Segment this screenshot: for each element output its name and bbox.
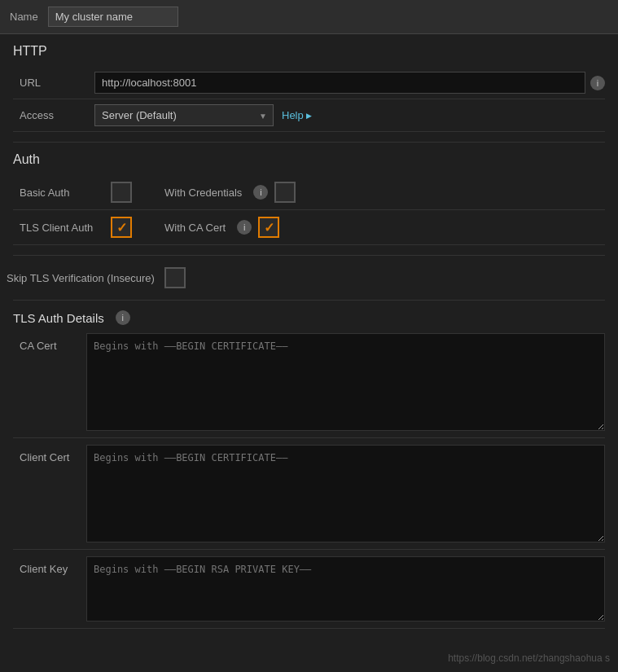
access-field-wrapper: Server (Default) Browser Direct Help (94, 104, 605, 126)
name-label: Name (10, 11, 38, 23)
skip-tls-row: Skip TLS Verification (Insecure) (0, 256, 618, 300)
client-cert-row: Client Cert (13, 445, 605, 550)
http-title: HTTP (13, 44, 605, 59)
auth-title: Auth (13, 152, 605, 167)
watermark: https://blog.csdn.net/zhangshaohua s (448, 652, 610, 664)
ca-cert-textarea[interactable] (86, 333, 605, 431)
auth-section: Auth Basic Auth With Credentials i TLS C… (0, 143, 618, 255)
skip-tls-checkbox[interactable] (164, 267, 186, 288)
tls-client-auth-label: TLS Client Auth (13, 222, 111, 234)
with-credentials-item: With Credentials i (164, 182, 296, 203)
help-link[interactable]: Help (282, 109, 312, 121)
url-row: URL i (13, 67, 605, 99)
url-input[interactable] (94, 72, 585, 94)
with-credentials-checkbox[interactable] (274, 182, 296, 203)
access-select[interactable]: Server (Default) Browser Direct (94, 104, 274, 126)
with-credentials-label: With Credentials (164, 187, 242, 199)
ca-cert-label: CA Cert (13, 333, 86, 358)
access-label: Access (13, 109, 94, 121)
with-ca-cert-item: With CA Cert i (164, 217, 279, 238)
client-key-row: Client Key (13, 556, 605, 629)
basic-auth-row: Basic Auth With Credentials i (13, 175, 605, 210)
tls-auth-section: TLS Auth Details i CA Cert Client Cert C… (0, 301, 618, 645)
client-key-label: Client Key (13, 556, 86, 582)
name-bar: Name (0, 0, 618, 34)
with-ca-cert-label: With CA Cert (164, 222, 226, 234)
tls-auth-info-icon[interactable]: i (116, 310, 130, 325)
tls-title-row: TLS Auth Details i (13, 310, 605, 325)
basic-auth-label: Basic Auth (13, 187, 111, 199)
with-ca-cert-info-icon[interactable]: i (237, 220, 252, 235)
client-cert-textarea[interactable] (86, 445, 605, 542)
access-row: Access Server (Default) Browser Direct H… (13, 99, 605, 132)
tls-auth-title: TLS Auth Details (13, 311, 104, 325)
ca-cert-row: CA Cert (13, 333, 605, 438)
url-label: URL (13, 77, 94, 89)
tls-client-auth-checkbox[interactable] (111, 217, 132, 238)
with-ca-cert-checkbox[interactable] (258, 217, 279, 238)
skip-tls-label: Skip TLS Verification (Insecure) (7, 272, 155, 284)
with-credentials-info-icon[interactable]: i (253, 185, 268, 200)
access-select-wrapper: Server (Default) Browser Direct (94, 104, 274, 126)
http-section: HTTP URL i Access Server (Default) Brows… (0, 34, 618, 142)
tls-client-auth-row: TLS Client Auth With CA Cert i (13, 210, 605, 245)
client-cert-label: Client Cert (13, 445, 86, 470)
client-key-textarea[interactable] (86, 556, 605, 621)
basic-auth-checkbox[interactable] (111, 182, 132, 203)
url-field-wrapper: i (94, 72, 605, 94)
url-info-icon[interactable]: i (590, 76, 605, 90)
name-input[interactable] (48, 7, 178, 27)
